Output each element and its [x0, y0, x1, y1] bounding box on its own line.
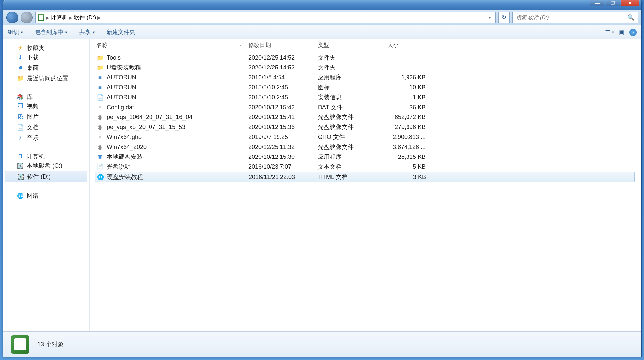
sidebar-favorites-header[interactable]: ★收藏夹 — [3, 44, 89, 52]
file-icon: 🌐 — [97, 173, 104, 181]
address-dropdown-icon[interactable]: ▾ — [486, 15, 494, 20]
back-button[interactable]: ← — [6, 12, 18, 23]
window-controls: — ❐ ✕ — [590, 0, 639, 6]
computer-icon: 🖥 — [17, 153, 23, 160]
toolbar-right: ☰▼ ▣ ? — [606, 28, 637, 36]
file-date: 2020/12/25 14:52 — [248, 64, 318, 71]
sidebar-libraries-header[interactable]: 📚库 — [3, 93, 89, 101]
file-name: AUTORUN — [107, 74, 136, 81]
file-name: Config.dat — [107, 104, 134, 111]
file-type: 文本文档 — [318, 163, 387, 171]
file-list: 名称▴ 修改日期 类型 大小 📁Tools2020/12/25 14:52文件夹… — [90, 39, 641, 331]
file-type: GHO 文件 — [318, 133, 387, 141]
sidebar-item-pictures[interactable]: 🖼图片 — [3, 112, 89, 122]
file-type: 图标 — [318, 83, 387, 91]
view-mode-button[interactable]: ☰▼ — [606, 28, 614, 36]
refresh-button[interactable]: ↻ — [498, 12, 510, 23]
breadcrumb-computer[interactable]: 计算机 — [51, 14, 67, 21]
sidebar-item-music[interactable]: ♪音乐 — [3, 133, 89, 143]
maximize-button[interactable]: ❐ — [606, 0, 620, 6]
explorer-window: — ❐ ✕ ← → ▶ 计算机 ▶ 软件 (D:) ▶ ▾ ↻ 🔍 组织▼ 包含… — [3, 0, 642, 357]
file-row[interactable]: ▣本地硬盘安装2020/10/12 15:30应用程序28,315 KB — [96, 152, 635, 162]
star-icon: ★ — [17, 45, 23, 51]
column-size[interactable]: 大小 — [387, 41, 430, 49]
file-rows: 📁Tools2020/12/25 14:52文件夹📁U盘安装教程2020/12/… — [90, 51, 641, 331]
file-date: 2016/1/8 4:54 — [248, 74, 318, 81]
navigation-sidebar: ★收藏夹 ⬇下载 🖥桌面 📁最近访问的位置 📚库 🎞视频 🖼图片 📄文档 ♪音乐… — [3, 39, 90, 331]
sidebar-computer-header[interactable]: 🖥计算机 — [3, 153, 89, 160]
file-row[interactable]: 📁U盘安装教程2020/12/25 14:52文件夹 — [96, 63, 635, 72]
close-button[interactable]: ✕ — [621, 0, 639, 6]
file-size: 5 KB — [387, 163, 430, 170]
new-folder-button[interactable]: 新建文件夹 — [107, 28, 135, 36]
file-row[interactable]: 📁Tools2020/12/25 14:52文件夹 — [96, 53, 635, 63]
column-name[interactable]: 名称▴ — [96, 41, 248, 49]
chevron-down-icon: ▼ — [64, 30, 68, 34]
file-icon: ▫ — [96, 133, 104, 141]
content-area: ★收藏夹 ⬇下载 🖥桌面 📁最近访问的位置 📚库 🎞视频 🖼图片 📄文档 ♪音乐… — [3, 39, 641, 331]
share-menu[interactable]: 共享▼ — [79, 28, 96, 36]
file-icon: ▣ — [96, 84, 104, 91]
preview-pane-button[interactable]: ▣ — [618, 28, 625, 36]
file-icon: ◉ — [96, 143, 104, 151]
drive-icon: 💽 — [17, 162, 23, 169]
sidebar-item-desktop[interactable]: 🖥桌面 — [3, 63, 89, 73]
column-type[interactable]: 类型 — [318, 41, 387, 49]
file-name: AUTORUN — [107, 84, 136, 91]
file-row[interactable]: ◉pe_yqs_1064_20_07_31_16_042020/10/12 15… — [96, 112, 635, 122]
file-icon: 📄 — [96, 94, 104, 101]
file-row[interactable]: ◉Win7x64_20202020/12/25 11:32光盘映像文件3,874… — [96, 142, 635, 152]
help-button[interactable]: ? — [629, 29, 637, 36]
file-size: 2,900,813 ... — [387, 134, 430, 141]
library-icon: 📚 — [17, 94, 23, 100]
file-icon: 📁 — [96, 64, 104, 71]
address-bar[interactable]: ▶ 计算机 ▶ 软件 (D:) ▶ ▾ — [35, 12, 496, 23]
file-row[interactable]: 🌐硬盘安装教程2016/11/21 22:03HTML 文档3 KB — [95, 172, 635, 182]
organize-menu[interactable]: 组织▼ — [8, 28, 24, 36]
file-size: 10 KB — [387, 84, 430, 91]
sidebar-item-downloads[interactable]: ⬇下载 — [3, 52, 89, 63]
file-date: 2015/5/10 2:45 — [248, 84, 318, 91]
search-box[interactable]: 🔍 — [512, 12, 638, 23]
minimize-button[interactable]: — — [590, 0, 604, 6]
file-date: 2016/10/23 7:07 — [248, 163, 318, 170]
forward-button[interactable]: → — [21, 12, 33, 23]
file-type: 光盘映像文件 — [318, 143, 387, 151]
file-name: pe_yqs_1064_20_07_31_16_04 — [107, 114, 192, 121]
file-row[interactable]: ▣AUTORUN2015/5/10 2:45图标10 KB — [96, 82, 635, 92]
file-type: 应用程序 — [318, 153, 387, 161]
file-row[interactable]: ▣AUTORUN2016/1/8 4:54应用程序1,926 KB — [96, 72, 635, 82]
file-icon: ◉ — [96, 123, 104, 131]
sidebar-item-videos[interactable]: 🎞视频 — [3, 101, 89, 112]
file-type: 文件夹 — [318, 64, 387, 71]
search-icon[interactable]: 🔍 — [627, 14, 634, 21]
sidebar-item-disk-d[interactable]: 💽软件 (D:) — [5, 171, 87, 182]
network-icon: 🌐 — [17, 192, 23, 199]
sidebar-item-documents[interactable]: 📄文档 — [3, 122, 89, 133]
file-type: 光盘映像文件 — [318, 113, 387, 121]
status-drive-icon — [11, 335, 29, 354]
file-row[interactable]: 📄AUTORUN2015/5/10 2:45安装信息1 KB — [96, 92, 635, 102]
breadcrumb-drive-d[interactable]: 软件 (D:) — [74, 14, 96, 21]
chevron-down-icon: ▼ — [92, 30, 96, 34]
breadcrumb-separator-icon: ▶ — [69, 15, 72, 20]
file-name: 本地硬盘安装 — [107, 153, 143, 161]
sidebar-item-local-c[interactable]: 💽本地磁盘 (C:) — [3, 160, 89, 171]
include-in-library-menu[interactable]: 包含到库中▼ — [35, 28, 68, 36]
file-size: 1,926 KB — [387, 74, 430, 81]
search-input[interactable] — [516, 15, 627, 21]
file-row[interactable]: ◉pe_yqs_xp_20_07_31_15_532020/10/12 15:3… — [96, 122, 635, 132]
file-size: 3,874,126 ... — [387, 144, 430, 151]
file-icon: ▣ — [96, 74, 104, 81]
status-bar: 13 个对象 — [3, 331, 641, 357]
chevron-down-icon: ▼ — [612, 31, 615, 34]
file-row[interactable]: ▫Config.dat2020/10/12 15:42DAT 文件36 KB — [96, 102, 635, 112]
file-size: 279,696 KB — [387, 124, 430, 131]
chevron-down-icon: ▼ — [20, 30, 24, 34]
column-date[interactable]: 修改日期 — [248, 41, 318, 49]
file-row[interactable]: 📄光盘说明2016/10/23 7:07文本文档5 KB — [96, 162, 635, 172]
file-name: 光盘说明 — [107, 163, 131, 171]
sidebar-network-header[interactable]: 🌐网络 — [3, 192, 89, 200]
sidebar-item-recent[interactable]: 📁最近访问的位置 — [3, 73, 89, 84]
file-row[interactable]: ▫Win7x64.gho2019/9/7 19:25GHO 文件2,900,81… — [96, 132, 635, 142]
